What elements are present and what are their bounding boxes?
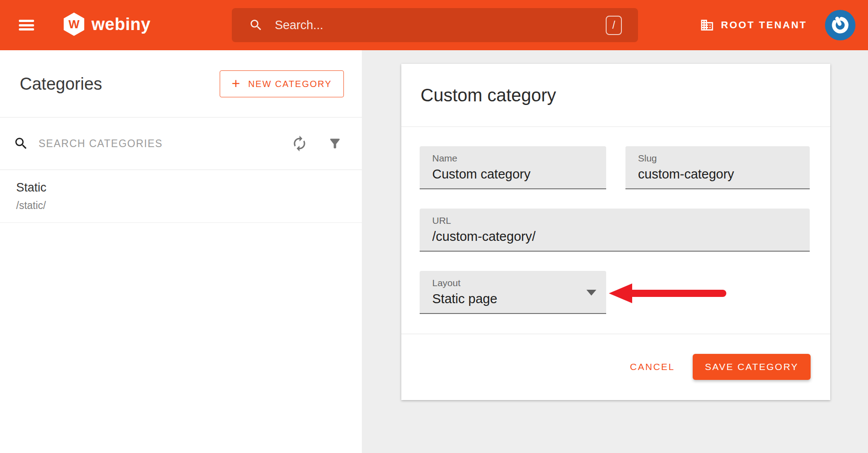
webiny-hexagon-icon: W (64, 13, 84, 36)
category-form-card: Custom category Name Slug URL (401, 64, 830, 400)
details-panel: Custom category Name Slug URL (362, 50, 868, 453)
categories-search-input[interactable] (39, 138, 231, 150)
url-input[interactable] (432, 229, 799, 244)
filter-button[interactable] (328, 136, 342, 151)
refresh-icon (291, 135, 308, 152)
layout-selected-value: Static page (432, 292, 606, 306)
category-form: Name Slug URL Layout Static page (401, 146, 830, 314)
slug-field-label: Slug (638, 153, 810, 164)
category-url: /static/ (16, 200, 362, 212)
card-title: Custom category (421, 85, 556, 105)
global-search-bar[interactable]: / (232, 8, 638, 42)
svg-text:W: W (69, 17, 80, 31)
layout-field-label: Layout (432, 278, 606, 288)
filter-icon (328, 136, 342, 151)
user-avatar[interactable] (825, 10, 855, 40)
webiny-logo[interactable]: W webiny (64, 13, 151, 36)
save-category-button[interactable]: SAVE CATEGORY (693, 354, 811, 380)
keyboard-shortcut-badge: / (606, 16, 622, 35)
new-category-button[interactable]: + NEW CATEGORY (220, 70, 344, 97)
red-arrow-annotation (609, 283, 731, 304)
global-search-input[interactable] (275, 18, 562, 32)
search-icon (249, 18, 263, 32)
page-title: Categories (20, 74, 102, 93)
slug-input[interactable] (638, 167, 799, 182)
search-icon (13, 136, 29, 151)
new-category-label: NEW CATEGORY (248, 79, 332, 89)
card-header: Custom category (401, 64, 830, 127)
layout-select[interactable]: Layout Static page (420, 271, 606, 314)
tenant-label: ROOT TENANT (721, 19, 807, 31)
name-field[interactable]: Name (420, 146, 606, 189)
header-right-cluster: ROOT TENANT (700, 0, 855, 50)
form-actions: CANCEL SAVE CATEGORY (401, 334, 830, 400)
category-name: Static (16, 181, 362, 195)
name-field-label: Name (432, 153, 606, 164)
slug-field[interactable]: Slug (625, 146, 810, 189)
refresh-button[interactable] (291, 135, 308, 152)
building-icon (700, 18, 714, 32)
chevron-down-icon (586, 290, 596, 296)
tenant-selector[interactable]: ROOT TENANT (700, 18, 807, 32)
cancel-button[interactable]: CANCEL (625, 356, 679, 378)
categories-search-row (0, 118, 362, 170)
categories-panel-header: Categories + NEW CATEGORY (0, 50, 362, 118)
plus-icon: + (232, 76, 241, 91)
categories-list-panel: Categories + NEW CATEGORY (0, 50, 362, 453)
menu-icon[interactable] (19, 20, 34, 30)
app-header: W webiny / ROOT TENANT (0, 0, 868, 50)
name-input[interactable] (432, 167, 595, 182)
url-field-label: URL (432, 215, 810, 226)
logo-wordmark: webiny (91, 15, 151, 34)
url-field[interactable]: URL (420, 209, 810, 252)
category-list-item-static[interactable]: Static /static/ (0, 170, 362, 223)
